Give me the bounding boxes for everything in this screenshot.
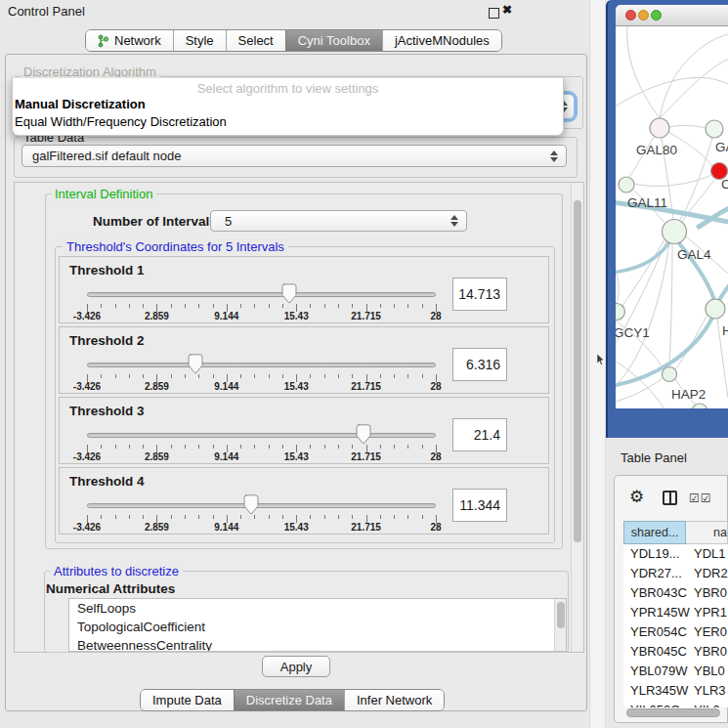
slider-tick	[338, 374, 339, 378]
node-attribute-table[interactable]: shared... na YDL19...YDL1YDR27...YDR2YBR…	[623, 521, 728, 707]
slider-track[interactable]	[87, 433, 436, 438]
cell-shared-name[interactable]: YBR045C	[623, 642, 687, 662]
slider-track[interactable]	[87, 292, 436, 297]
slider-tick	[143, 445, 144, 449]
cell-shared-name[interactable]: YIL052C	[623, 701, 687, 707]
slider-thumb[interactable]	[355, 424, 371, 445]
attributes-scrollbar-thumb[interactable]	[557, 602, 565, 628]
attributes-scrollbar[interactable]	[554, 599, 566, 651]
apply-button[interactable]: Apply	[262, 656, 330, 677]
checkboxes-icon[interactable]: ☑☑	[689, 492, 712, 505]
tab-infer-network[interactable]: Infer Network	[344, 690, 444, 710]
cell-shared-name[interactable]: YLR345W	[623, 681, 687, 701]
threshold-row-2: Threshold 2-3.4262.8599.14415.4321.71528…	[59, 326, 549, 394]
slider-thumb[interactable]	[187, 354, 203, 374]
table-row[interactable]: YDL19...YDL1	[623, 544, 728, 564]
tab-network[interactable]: Network	[86, 30, 173, 51]
cell-name[interactable]: YDL1	[687, 544, 728, 564]
slider-track[interactable]	[87, 503, 436, 508]
network-node[interactable]	[692, 404, 707, 408]
settings-scrollbar[interactable]	[571, 183, 583, 652]
network-node-gal80[interactable]	[650, 118, 669, 138]
cell-shared-name[interactable]: YPR145W	[623, 603, 687, 622]
dropdown-option-manual-discretization[interactable]: Manual Discretization	[13, 96, 563, 113]
number-of-intervals-value: 5	[211, 214, 450, 229]
table-row[interactable]: YDR27...YDR2	[623, 564, 728, 583]
network-node-ga[interactable]	[706, 120, 723, 138]
tab-cyni-toolbox[interactable]: Cyni Toolbox	[285, 30, 382, 51]
network-window-titlebar[interactable]	[616, 5, 728, 26]
cell-name[interactable]: YBR0	[687, 642, 728, 662]
network-edge-highlighted[interactable]	[719, 278, 728, 300]
attribute-list-item[interactable]: BetweennessCentrality	[69, 636, 566, 652]
network-edge[interactable]	[675, 315, 707, 369]
threshold-row-4: Threshold 4-3.4262.8599.14415.4321.71528…	[59, 467, 549, 535]
network-edge[interactable]	[669, 125, 706, 128]
network-edge[interactable]	[622, 239, 664, 306]
close-traffic-light[interactable]	[625, 10, 636, 21]
column-header-name[interactable]: na	[686, 521, 728, 544]
cell-shared-name[interactable]: YBR043C	[623, 583, 687, 603]
cell-name[interactable]: YIL0	[687, 701, 728, 707]
table-row[interactable]: YIL052CYIL0	[623, 701, 728, 707]
slider-thumb[interactable]	[242, 494, 259, 515]
table-row[interactable]: YER054CYER0	[623, 622, 728, 642]
tab-select[interactable]: Select	[226, 30, 285, 51]
cell-shared-name[interactable]: YDR27...	[623, 564, 687, 583]
table-row[interactable]: YLR345WYLR3	[623, 681, 728, 701]
zoom-traffic-light[interactable]	[651, 10, 662, 21]
slider-tick-label: -3.426	[73, 522, 101, 533]
network-edge[interactable]	[660, 34, 728, 118]
network-node-h[interactable]	[706, 299, 725, 319]
tab-jactivemnodules[interactable]: jActiveMNodules	[382, 30, 501, 51]
network-node-gal4[interactable]	[663, 220, 687, 244]
slider-track[interactable]	[87, 363, 436, 367]
float-window-icon[interactable]	[489, 8, 499, 19]
numerical-attributes-list[interactable]: SelfLoopsTopologicalCoefficientBetweenne…	[68, 598, 567, 652]
network-edge-highlighted[interactable]	[616, 241, 670, 273]
threshold-value-field[interactable]: 21.4	[452, 418, 507, 451]
cell-name[interactable]: YDR2	[687, 564, 728, 583]
attribute-list-item[interactable]: SelfLoops	[69, 599, 566, 618]
network-node-hap2[interactable]	[663, 367, 677, 382]
cell-name[interactable]: YLR3	[687, 681, 728, 701]
cell-shared-name[interactable]: YBL079W	[623, 662, 687, 681]
cell-name[interactable]: YBL0	[687, 662, 728, 681]
cell-shared-name[interactable]: YER054C	[623, 622, 687, 642]
network-view-canvas[interactable]: GAL80GACGAL11GAL4GCY1HHAP2	[616, 26, 728, 408]
threshold-value-field[interactable]: 14.713	[452, 278, 507, 311]
dropdown-option-equal-width-frequency[interactable]: Equal Width/Frequency Discretization	[13, 113, 563, 131]
threshold-value-field[interactable]: 6.316	[452, 348, 507, 381]
tab-style[interactable]: Style	[173, 30, 226, 51]
columns-icon[interactable]	[663, 491, 677, 505]
threshold-value-field[interactable]: 11.344	[452, 489, 507, 522]
algorithm-category-tabs: NetworkStyleSelectCyni ToolboxjActiveMNo…	[85, 29, 502, 52]
tab-impute-data[interactable]: Impute Data	[141, 690, 234, 710]
table-row[interactable]: YPR145WYPR1	[623, 603, 728, 622]
table-row[interactable]: YBR043CYBR0	[623, 583, 728, 603]
attribute-list-item[interactable]: TopologicalCoefficient	[69, 618, 566, 636]
network-edge[interactable]	[660, 58, 728, 118]
minimize-traffic-light[interactable]	[638, 10, 649, 21]
network-edge[interactable]	[669, 243, 672, 366]
network-node-gal11[interactable]	[619, 177, 634, 193]
cell-shared-name[interactable]: YDL19...	[623, 544, 687, 564]
settings-scrollbar-thumb[interactable]	[574, 200, 581, 542]
table-row[interactable]: YBL079WYBL0	[623, 662, 728, 681]
cell-name[interactable]: YPR1	[687, 603, 728, 622]
number-of-intervals-select[interactable]: 5	[210, 210, 467, 232]
network-edge[interactable]	[616, 271, 619, 303]
table-row[interactable]: YBR045CYBR0	[623, 642, 728, 662]
slider-thumb[interactable]	[280, 283, 297, 304]
close-icon[interactable]: ✖	[502, 3, 512, 17]
network-node-gcy1[interactable]	[616, 304, 625, 321]
network-edge[interactable]	[627, 26, 660, 118]
slider-tick-label: 15.43	[284, 381, 309, 392]
tab-discretize-data[interactable]: Discretize Data	[234, 690, 344, 710]
cell-name[interactable]: YER0	[687, 622, 728, 642]
gear-icon[interactable]: ⚙	[629, 487, 644, 507]
column-header-shared-name[interactable]: shared...	[623, 521, 686, 544]
table-data-select[interactable]: galFiltered.sif default node	[21, 145, 567, 167]
table-hscrollbar-thumb[interactable]	[626, 708, 720, 717]
cell-name[interactable]: YBR0	[687, 583, 728, 603]
